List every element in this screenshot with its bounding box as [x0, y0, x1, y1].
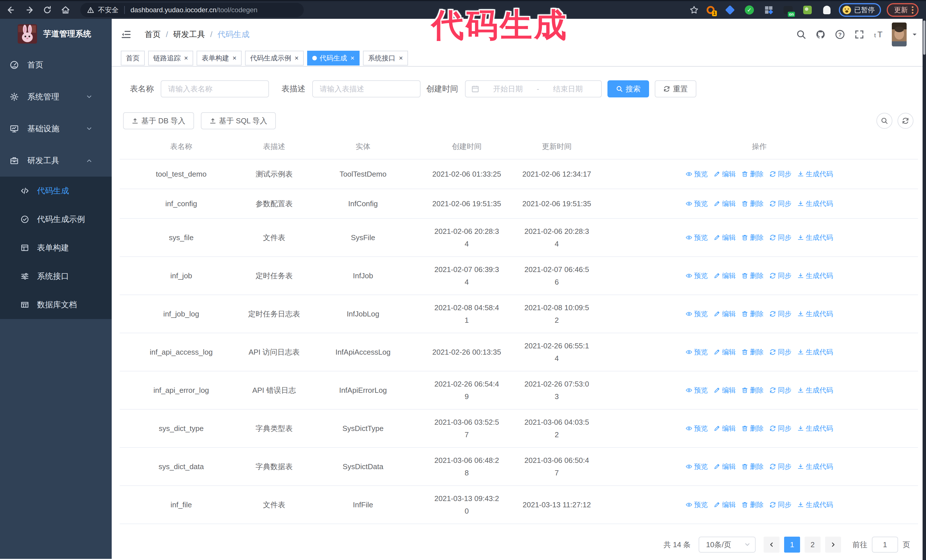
- generate-link[interactable]: 生成代码: [797, 422, 833, 435]
- green-check-extension-icon[interactable]: ✓: [744, 5, 755, 15]
- tab-codegen[interactable]: 代码生成×: [307, 51, 360, 65]
- green-key-extension-icon[interactable]: [802, 5, 813, 15]
- edit-link[interactable]: 编辑: [713, 269, 736, 282]
- generate-link[interactable]: 生成代码: [797, 198, 833, 210]
- sync-link[interactable]: 同步: [769, 384, 791, 397]
- tab-api[interactable]: 系统接口×: [363, 51, 408, 65]
- table-desc-input[interactable]: [312, 80, 421, 97]
- sidebar-item-db-doc[interactable]: 数据库文档: [0, 291, 112, 319]
- sync-link[interactable]: 同步: [769, 231, 791, 244]
- tab-form-builder[interactable]: 表单构建×: [197, 51, 242, 65]
- sync-link[interactable]: 同步: [769, 498, 791, 511]
- sync-link[interactable]: 同步: [769, 460, 791, 473]
- generate-link[interactable]: 生成代码: [797, 346, 833, 358]
- edit-link[interactable]: 编辑: [713, 168, 736, 180]
- grid-extension-icon[interactable]: [764, 5, 774, 15]
- preview-link[interactable]: 预览: [685, 168, 708, 180]
- page-button-2[interactable]: 2: [805, 537, 820, 552]
- search-toggle-button[interactable]: [876, 113, 893, 129]
- close-icon[interactable]: ×: [399, 55, 403, 62]
- table-name-input[interactable]: [161, 80, 269, 97]
- import-sql-button[interactable]: 基于 SQL 导入: [201, 112, 276, 129]
- preview-link[interactable]: 预览: [685, 422, 708, 435]
- date-range-picker[interactable]: 开始日期 - 结束日期: [465, 80, 602, 97]
- preview-link[interactable]: 预览: [685, 460, 708, 473]
- tab-tracing[interactable]: 链路追踪×: [148, 51, 193, 65]
- goto-page-input[interactable]: [872, 537, 898, 552]
- breadcrumb-item[interactable]: 首页: [145, 29, 161, 40]
- sidebar-item-api[interactable]: 系统接口: [0, 262, 112, 291]
- preview-link[interactable]: 预览: [685, 498, 708, 511]
- sidebar-toggle-icon[interactable]: [121, 29, 131, 39]
- preview-link[interactable]: 预览: [685, 384, 708, 397]
- close-icon[interactable]: ×: [351, 55, 354, 62]
- github-icon[interactable]: [816, 29, 826, 39]
- orange-extension-icon[interactable]: 1: [705, 5, 716, 15]
- prev-page-button[interactable]: [764, 537, 779, 552]
- edit-link[interactable]: 编辑: [713, 198, 736, 210]
- refresh-button[interactable]: [897, 113, 914, 129]
- help-icon[interactable]: ?: [835, 29, 845, 39]
- edit-link[interactable]: 编辑: [713, 346, 736, 358]
- preview-link[interactable]: 预览: [685, 231, 708, 244]
- sidebar-item-codegen[interactable]: 代码生成: [0, 177, 112, 205]
- close-icon[interactable]: ×: [295, 55, 299, 62]
- generate-link[interactable]: 生成代码: [797, 269, 833, 282]
- preview-link[interactable]: 预览: [685, 269, 708, 282]
- preview-link[interactable]: 预览: [685, 346, 708, 358]
- edit-link[interactable]: 编辑: [713, 231, 736, 244]
- delete-link[interactable]: 删除: [741, 308, 764, 320]
- breadcrumb-item[interactable]: 研发工具: [173, 29, 205, 40]
- sync-link[interactable]: 同步: [769, 269, 791, 282]
- edit-link[interactable]: 编辑: [713, 308, 736, 320]
- delete-link[interactable]: 删除: [741, 346, 764, 358]
- preview-link[interactable]: 预览: [685, 198, 708, 210]
- dark-on-extension-icon[interactable]: on: [783, 5, 793, 15]
- scrollbar[interactable]: [923, 19, 926, 560]
- page-button-1[interactable]: 1: [784, 537, 800, 552]
- sidebar-item-infra[interactable]: 基础设施: [0, 113, 112, 145]
- preview-link[interactable]: 预览: [685, 308, 708, 320]
- browser-address-bar[interactable]: 不安全 dashboard.yudao.iocoder.cn/tool/code…: [80, 3, 304, 17]
- delete-link[interactable]: 删除: [741, 231, 764, 244]
- edit-link[interactable]: 编辑: [713, 422, 736, 435]
- sync-link[interactable]: 同步: [769, 308, 791, 320]
- generate-link[interactable]: 生成代码: [797, 231, 833, 244]
- generate-link[interactable]: 生成代码: [797, 308, 833, 320]
- browser-reload-icon[interactable]: [43, 5, 52, 15]
- user-avatar[interactable]: [892, 23, 906, 47]
- browser-home-icon[interactable]: [61, 5, 70, 15]
- sidebar-item-form-builder[interactable]: 表单构建: [0, 234, 112, 262]
- browser-forward-icon[interactable]: [24, 5, 33, 15]
- sidebar-item-system[interactable]: 系统管理: [0, 81, 112, 113]
- delete-link[interactable]: 删除: [741, 198, 764, 210]
- generate-link[interactable]: 生成代码: [797, 168, 833, 180]
- page-size-select[interactable]: 10条/页: [699, 537, 756, 552]
- bookmark-star-icon[interactable]: [690, 5, 699, 15]
- delete-link[interactable]: 删除: [741, 384, 764, 397]
- profile-paused-badge[interactable]: 已暂停: [839, 3, 881, 17]
- sync-link[interactable]: 同步: [769, 346, 791, 358]
- tab-home[interactable]: 首页: [121, 51, 145, 65]
- delete-link[interactable]: 删除: [741, 422, 764, 435]
- close-icon[interactable]: ×: [184, 55, 188, 62]
- fullscreen-icon[interactable]: [854, 29, 864, 39]
- ghost-extension-icon[interactable]: [822, 5, 832, 15]
- delete-link[interactable]: 删除: [741, 269, 764, 282]
- browser-back-icon[interactable]: [6, 5, 15, 15]
- search-button[interactable]: 搜索: [607, 80, 649, 97]
- edit-link[interactable]: 编辑: [713, 498, 736, 511]
- next-page-button[interactable]: [825, 537, 841, 552]
- sidebar-item-home[interactable]: 首页: [0, 49, 112, 81]
- reset-button[interactable]: 重置: [655, 80, 696, 97]
- browser-menu-icon[interactable]: [912, 6, 914, 14]
- generate-link[interactable]: 生成代码: [797, 460, 833, 473]
- tab-codegen-example[interactable]: 代码生成示例×: [245, 51, 304, 65]
- close-icon[interactable]: ×: [233, 55, 236, 62]
- edit-link[interactable]: 编辑: [713, 460, 736, 473]
- font-size-icon[interactable]: tT: [873, 29, 884, 39]
- delete-link[interactable]: 删除: [741, 498, 764, 511]
- sidebar-item-codegen-example[interactable]: 代码生成示例: [0, 205, 112, 234]
- edit-link[interactable]: 编辑: [713, 384, 736, 397]
- search-icon[interactable]: [796, 29, 806, 39]
